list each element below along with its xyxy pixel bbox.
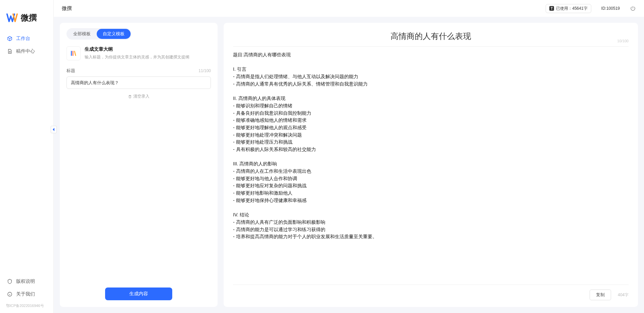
main: 微撰 T 已使用： 45641字 ID:100519 全部模板 自定义模板 — [54, 0, 644, 313]
power-icon[interactable] — [630, 5, 636, 11]
template-title: 生成文章大纲 — [85, 46, 189, 52]
doc-footer: 复制 404字 — [233, 284, 629, 300]
clear-input-button[interactable]: 清空录入 — [66, 94, 211, 99]
output-panel: 高情商的人有什么表现 10/100 题目:高情商的人有哪些表现 I. 引言 - … — [224, 23, 638, 307]
doc-title[interactable]: 高情商的人有什么表现 — [233, 31, 629, 42]
template-desc: 输入标题，为你提供文章主体的灵感，并为其创建撰文提纲 — [85, 54, 189, 60]
doc-body[interactable]: 题目:高情商的人有哪些表现 I. 引言 - 高情商是指人们处理情绪、与他人互动以… — [233, 51, 629, 284]
title-field-row: 标题 11/100 — [66, 68, 211, 74]
logo-icon — [6, 12, 18, 24]
sidebar-item-copyright[interactable]: 版权说明 — [0, 275, 53, 288]
title-field-label: 标题 — [66, 68, 75, 74]
info-icon — [7, 291, 13, 297]
tab-all-templates[interactable]: 全部模板 — [67, 29, 97, 39]
icp-text: 鄂ICP备2022016946号 — [0, 301, 53, 310]
user-id: ID:100519 — [601, 6, 620, 11]
word-count: 404字 — [618, 292, 629, 298]
sidebar-item-label: 关于我们 — [16, 291, 35, 297]
template-tabs: 全部模板 自定义模板 — [66, 28, 131, 40]
doc-icon — [7, 48, 13, 54]
title-input[interactable] — [66, 76, 211, 89]
doc-title-counter: 10/100 — [617, 39, 629, 43]
nav: 工作台 稿件中心 — [0, 32, 53, 275]
usage-badge[interactable]: T 已使用： 45641字 — [546, 4, 591, 13]
editor-panel: 全部模板 自定义模板 生成文章大纲 输入标题，为你提供文章主体的灵感，并为其创建… — [60, 23, 218, 307]
generate-button[interactable]: 生成内容 — [105, 288, 172, 300]
sidebar-item-label: 版权说明 — [16, 278, 35, 284]
usage-value: 45641字 — [572, 6, 587, 11]
copy-button[interactable]: 复制 — [590, 290, 611, 300]
usage-prefix: 已使用： — [556, 6, 572, 11]
sidebar-item-label: 工作台 — [16, 36, 30, 42]
sidebar: 微撰 工作台 稿件中心 版权说明 — [0, 0, 54, 313]
cube-icon — [7, 36, 13, 42]
logo-text: 微撰 — [21, 12, 37, 23]
template-card: 生成文章大纲 输入标题，为你提供文章主体的灵感，并为其创建撰文提纲 — [66, 46, 211, 60]
sidebar-bottom: 版权说明 关于我们 鄂ICP备2022016946号 — [0, 275, 53, 310]
logo: 微撰 — [0, 7, 53, 32]
shield-icon — [7, 278, 13, 284]
topbar: 微撰 T 已使用： 45641字 ID:100519 — [54, 0, 644, 17]
sidebar-item-label: 稿件中心 — [16, 48, 35, 54]
trash-icon — [128, 95, 132, 99]
page-title: 微撰 — [62, 5, 72, 12]
template-info: 生成文章大纲 输入标题，为你提供文章主体的灵感，并为其创建撰文提纲 — [85, 46, 189, 60]
title-field-counter: 11/100 — [198, 68, 211, 73]
doc-header: 高情商的人有什么表现 10/100 — [233, 31, 629, 47]
sidebar-item-about[interactable]: 关于我们 — [0, 288, 53, 301]
sidebar-item-workspace[interactable]: 工作台 — [0, 32, 53, 45]
content: 全部模板 自定义模板 生成文章大纲 输入标题，为你提供文章主体的灵感，并为其创建… — [54, 17, 644, 313]
sidebar-collapse-button[interactable] — [51, 126, 57, 133]
clear-input-label: 清空录入 — [133, 94, 149, 99]
sidebar-item-drafts[interactable]: 稿件中心 — [0, 45, 53, 58]
text-icon: T — [549, 6, 554, 11]
template-icon — [66, 46, 81, 60]
tab-custom-templates[interactable]: 自定义模板 — [97, 29, 131, 39]
